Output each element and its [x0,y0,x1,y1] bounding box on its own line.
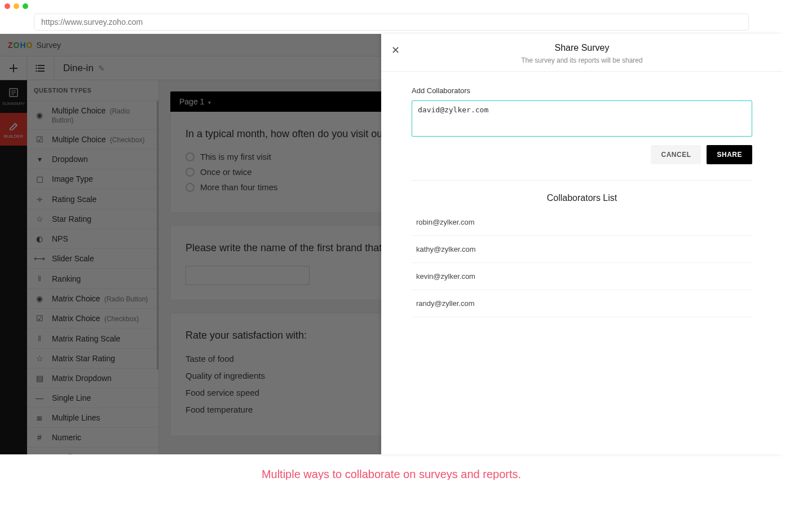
rating-row-label: Food service speed [186,388,259,397]
collaborators-list: robin@zylker.comkathy@zylker.comkevin@zy… [412,209,752,317]
question-type-item[interactable]: ◉Matrix Choice (Radio Button) [27,288,158,308]
survey-title[interactable]: Dine-in ✎ [54,56,114,80]
question-type-icon: ▾ [34,155,45,164]
question-type-icon: ☆ [34,354,45,363]
question-type-label: Matrix Dropdown [52,374,112,383]
collaborators-input[interactable] [412,100,752,137]
left-rail: SUMMARY BUILDER [0,80,27,454]
option-label: Once or twice [200,167,252,177]
question-type-item[interactable]: —Single Line [27,388,158,408]
question-type-label: Multiple Lines [52,413,100,422]
text-input[interactable] [186,266,310,285]
share-button[interactable]: SHARE [707,145,752,164]
survey-title-text: Dine-in [63,63,94,74]
rating-row-label: Food temperature [186,405,253,414]
question-type-item[interactable]: ☑Multiple Choice (Checkbox) [27,129,158,149]
close-icon[interactable]: ✕ [391,44,400,56]
question-type-sublabel: (Radio Button) [52,107,130,124]
page-selector[interactable]: Page 1 [179,97,211,106]
app-logo: ZOHO Survey [8,41,61,50]
question-type-item[interactable]: ≣Multiple Lines [27,408,158,427]
question-type-icon: ◐ [34,234,45,243]
option-label: More than four times [200,182,278,192]
logo-mark: ZOHO [8,41,33,50]
question-types-heading: QUESTION TYPES [27,80,158,100]
rail-summary[interactable]: SUMMARY [0,80,27,113]
question-type-item[interactable]: ☆Matrix Star Rating [27,348,158,368]
cancel-button[interactable]: CANCEL [651,145,701,164]
question-type-icon: ≣ [34,413,45,422]
add-button[interactable] [0,56,27,80]
question-type-icon: ☆ [34,214,45,224]
question-type-item[interactable]: ⫴Ranking [27,268,158,288]
share-subtitle: The survey and its reports will be share… [392,56,771,64]
question-type-label: Matrix Star Rating [52,354,115,363]
question-type-label: NPS [52,234,68,243]
url-bar[interactable]: https://www.survey.zoho.com [34,14,749,30]
rail-builder-label: BUILDER [4,134,24,139]
question-type-label: Email [52,453,72,454]
question-type-item[interactable]: ☆Star Rating [27,209,158,229]
question-type-icon: ⫴ [34,334,45,343]
question-type-icon: ▤ [34,374,45,383]
share-title: Share Survey [392,43,771,53]
question-type-label: Numeric [52,433,81,442]
question-type-sublabel: (Checkbox) [103,315,139,323]
collaborators-list-title: Collaborators List [412,193,752,203]
radio-icon [186,183,195,192]
rail-builder[interactable]: BUILDER [0,113,27,146]
question-type-icon: # [34,433,45,442]
share-panel-header: ✕ Share Survey The survey and its report… [381,34,783,72]
window-minimize[interactable] [14,3,19,9]
question-type-item[interactable]: ⟷Slider Scale [27,248,158,268]
rating-row-label: Quality of ingredients [186,371,265,380]
question-type-icon: ☑ [34,314,45,323]
collaborator-row[interactable]: robin@zylker.com [412,209,752,236]
window-close[interactable] [5,3,10,9]
question-type-icon: ⫴ [34,274,45,283]
question-type-icon: ◉ [34,111,45,120]
add-collaborators-label: Add Collaborators [412,86,752,95]
pencil-icon: ✎ [98,64,105,73]
rating-row-label: Taste of food [186,354,234,364]
radio-icon [186,152,195,161]
question-types-list[interactable]: ◉Multiple Choice (Radio Button)☑Multiple… [27,100,158,454]
url-row: https://www.survey.zoho.com [0,10,783,34]
question-type-icon: — [34,393,45,402]
question-type-icon: ⟛ [34,194,45,204]
question-type-label: Single Line [52,393,91,402]
question-type-label: Matrix Rating Scale [52,334,120,343]
question-type-label: Multiple Choice (Checkbox) [52,135,144,144]
collaborator-row[interactable]: kevin@zylker.com [412,263,752,290]
question-type-item[interactable]: #Numeric [27,427,158,447]
scrollbar[interactable] [157,100,158,370]
question-type-item[interactable]: ⫴Matrix Rating Scale [27,328,158,348]
question-type-label: Matrix Choice (Checkbox) [52,314,139,323]
question-type-icon: ⟷ [34,254,45,263]
question-type-item[interactable]: ☑Matrix Choice (Checkbox) [27,308,158,328]
question-type-item[interactable]: ▾Dropdown [27,149,158,169]
question-type-icon: ☑ [34,135,45,144]
list-button[interactable] [27,56,54,80]
question-type-icon: ◉ [34,294,45,303]
collaborator-row[interactable]: kathy@zylker.com [412,236,752,263]
question-type-sublabel: (Checkbox) [108,136,145,144]
question-type-item[interactable]: ▤Matrix Dropdown [27,368,158,388]
question-type-label: Ranking [52,274,81,283]
question-type-icon: ▢ [34,174,45,183]
question-type-item[interactable]: ◉Multiple Choice (Radio Button) [27,100,158,129]
svg-point-2 [36,70,37,71]
divider [412,180,752,181]
question-type-item[interactable]: ▢Image Type [27,169,158,189]
window-zoom[interactable] [23,3,28,9]
question-type-icon: ✉ [34,453,45,454]
window-controls [5,3,28,9]
question-types-panel: QUESTION TYPES ◉Multiple Choice (Radio B… [27,80,159,454]
question-type-sublabel: (Radio Button) [103,295,148,303]
summary-icon [8,87,19,99]
question-type-item[interactable]: ◐NPS [27,229,158,248]
question-type-item[interactable]: ✉Email [27,447,158,454]
logo-word: Survey [36,41,61,50]
collaborator-row[interactable]: randy@zyller.com [412,290,752,317]
question-type-item[interactable]: ⟛Rating Scale [27,189,158,209]
